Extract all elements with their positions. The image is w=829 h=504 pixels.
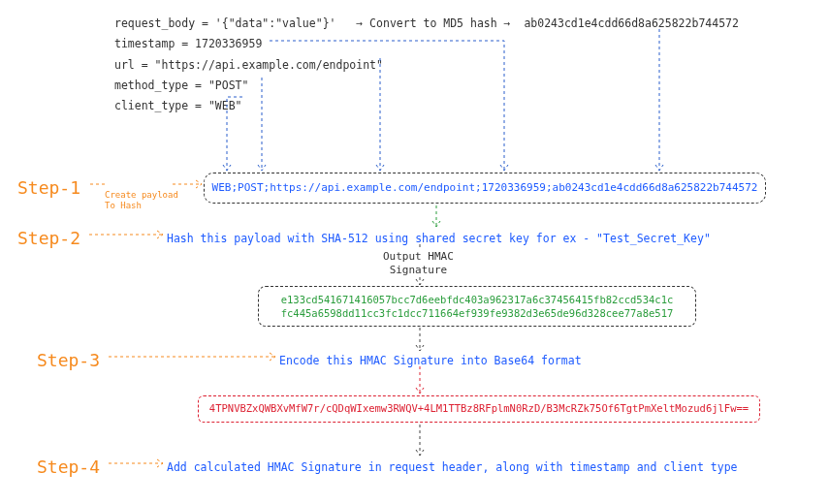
hmac-hex-line-1: e133cd541671416057bcc7d6eebfdc403a962317… xyxy=(269,293,686,306)
step-4-label: Step-4 xyxy=(37,454,100,480)
step-1-sublabel: Create payload To Hash xyxy=(105,190,178,211)
hmac-hex-box: e133cd541671416057bcc7d6eebfdc403a962317… xyxy=(258,286,696,327)
code-request-body-lhs: request_body = '{"data":"value"}' xyxy=(114,16,335,30)
code-line-client: client_type = "WEB" xyxy=(114,98,739,114)
base64-signature-box: 4TPNVBZxQWBXvMfW7r/cQDqWIxemw3RWQV+4LM1T… xyxy=(198,395,760,423)
code-request-body-conv: → Convert to MD5 hash → xyxy=(356,16,510,30)
step-3-label: Step-3 xyxy=(37,347,100,373)
code-line-method: method_type = "POST" xyxy=(114,78,739,94)
step-3-description: Encode this HMAC Signature into Base64 f… xyxy=(279,353,582,369)
base64-signature: 4TPNVBZxQWBXvMfW7r/cQDqWIxemw3RWQV+4LM1T… xyxy=(209,401,749,417)
step-4-description: Add calculated HMAC Signature in request… xyxy=(167,459,738,476)
step-2-description: Hash this payload with SHA-512 using sha… xyxy=(167,231,711,247)
hmac-hex-line-2: fc445a6598dd11cc3fc1dcc711664ef939fe9382… xyxy=(269,306,686,320)
source-code-block: request_body = '{"data":"value"}' → Conv… xyxy=(114,16,739,118)
payload-box: WEB;POST;https://api.example.com/endpoin… xyxy=(204,173,766,204)
hmac-output-label: Output HMAC Signature xyxy=(383,250,454,277)
payload-string: WEB;POST;https://api.example.com/endpoin… xyxy=(212,180,758,197)
code-line-request-body: request_body = '{"data":"value"}' → Conv… xyxy=(114,16,739,32)
code-request-body-md5: ab0243cd1e4cdd66d8a625822b744572 xyxy=(524,16,739,30)
step-2-label: Step-2 xyxy=(17,225,80,251)
code-line-timestamp: timestamp = 1720336959 xyxy=(114,36,739,52)
code-line-url: url = "https://api.example.com/endpoint" xyxy=(114,57,739,74)
step-1-label: Step-1 xyxy=(17,174,80,201)
